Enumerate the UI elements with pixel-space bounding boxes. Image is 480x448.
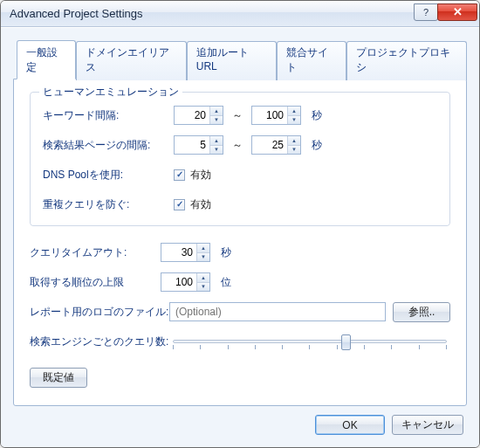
tab-general[interactable]: 一般設定 xyxy=(17,40,76,79)
slider-ticks xyxy=(173,345,447,350)
group-human-emulation: ヒューマンエミュレーション キーワード間隔: ▲ ▼ ～ ▲ xyxy=(30,92,450,226)
spin-down-icon[interactable]: ▼ xyxy=(288,145,300,155)
window-buttons: ? ✕ xyxy=(415,3,477,21)
spin-down-icon[interactable]: ▼ xyxy=(197,252,209,262)
close-button[interactable]: ✕ xyxy=(437,3,477,21)
serp-max-spinner[interactable]: ▲ ▼ xyxy=(251,135,301,155)
keyword-max-spinner[interactable]: ▲ ▼ xyxy=(251,106,301,125)
label-qps: 検索エンジンごとのクエリ数: xyxy=(30,334,169,349)
tab-label: ドメインエイリアス xyxy=(86,46,169,73)
spin-buttons: ▲ ▼ xyxy=(196,273,209,291)
spin-up-icon[interactable]: ▲ xyxy=(210,136,223,145)
label-query-timeout: クエリタイムアウト: xyxy=(30,245,161,260)
tab-domain-alias[interactable]: ドメインエイリアス xyxy=(76,41,186,80)
slider-thumb[interactable] xyxy=(341,334,351,350)
client-area: 一般設定 ドメインエイリアス 追加ルートURL 競合サイト プロジェクトプロキシ… xyxy=(1,27,479,447)
keyword-min-spinner[interactable]: ▲ ▼ xyxy=(174,106,223,125)
tab-panel-general: ヒューマンエミュレーション キーワード間隔: ▲ ▼ ～ ▲ xyxy=(13,79,467,406)
row-qps: 検索エンジンごとのクエリ数: xyxy=(30,331,450,352)
tab-project-proxy[interactable]: プロジェクトプロキシ xyxy=(346,41,467,80)
label-dns-pool: DNS Poolを使用: xyxy=(43,168,174,183)
button-label: OK xyxy=(342,419,357,431)
qps-slider[interactable] xyxy=(169,333,450,350)
spin-up-icon[interactable]: ▲ xyxy=(197,244,209,252)
slider-rail xyxy=(173,340,447,343)
spin-down-icon[interactable]: ▼ xyxy=(210,115,223,125)
label-logo-file: レポート用のロゴのファイル: xyxy=(30,305,169,320)
serp-max-input[interactable] xyxy=(252,136,287,154)
spin-up-icon[interactable]: ▲ xyxy=(210,107,223,115)
tab-label: プロジェクトプロキシ xyxy=(356,46,450,73)
tab-additional-root-url[interactable]: 追加ルートURL xyxy=(187,41,277,80)
unit-sec: 秒 xyxy=(312,108,322,123)
spin-buttons: ▲ ▼ xyxy=(287,107,300,124)
checkbox-label: 有効 xyxy=(190,197,211,212)
help-icon: ? xyxy=(423,7,429,17)
keyword-max-input[interactable] xyxy=(252,107,287,124)
keyword-min-input[interactable] xyxy=(175,107,209,124)
row-dup-query: 重複クエリを防ぐ: ✓ 有効 xyxy=(43,194,437,215)
spin-down-icon[interactable]: ▼ xyxy=(288,115,300,125)
spin-up-icon[interactable]: ▲ xyxy=(197,273,209,282)
timeout-spinner[interactable]: ▲ ▼ xyxy=(161,243,210,262)
row-rank-limit: 取得する順位の上限 ▲ ▼ 位 xyxy=(30,272,450,293)
button-label: キャンセル xyxy=(401,417,454,432)
button-label: 参照.. xyxy=(408,305,435,320)
dns-pool-checkbox[interactable]: ✓ xyxy=(174,169,185,181)
group-legend: ヒューマンエミュレーション xyxy=(39,85,182,100)
defaults-button[interactable]: 既定値 xyxy=(30,368,87,388)
close-icon: ✕ xyxy=(453,5,463,18)
row-query-timeout: クエリタイムアウト: ▲ ▼ 秒 xyxy=(30,242,450,263)
label-serp-interval: 検索結果ページの間隔: xyxy=(43,138,174,153)
label-rank-limit: 取得する順位の上限 xyxy=(30,275,161,290)
row-keyword-interval: キーワード間隔: ▲ ▼ ～ ▲ ▼ xyxy=(43,105,437,126)
browse-button[interactable]: 参照.. xyxy=(393,302,450,322)
spin-buttons: ▲ ▼ xyxy=(209,136,223,154)
tab-strip: 一般設定 ドメインエイリアス 追加ルートURL 競合サイト プロジェクトプロキシ xyxy=(13,40,467,79)
timeout-input[interactable] xyxy=(161,244,196,261)
range-separator: ～ xyxy=(232,108,243,123)
tab-label: 一般設定 xyxy=(26,46,58,73)
spin-buttons: ▲ ▼ xyxy=(196,244,209,261)
unit-sec: 秒 xyxy=(221,245,231,260)
unit-sec: 秒 xyxy=(312,138,322,153)
spin-down-icon[interactable]: ▼ xyxy=(197,282,209,292)
logo-file-input[interactable] xyxy=(169,302,386,321)
tab-label: 追加ルートURL xyxy=(196,46,249,72)
defaults-row: 既定値 xyxy=(30,368,450,388)
spin-down-icon[interactable]: ▼ xyxy=(210,145,223,155)
cancel-button[interactable]: キャンセル xyxy=(392,415,463,435)
dup-query-checkbox[interactable]: ✓ xyxy=(174,199,185,210)
window-title: Advanced Project Settings xyxy=(10,7,415,20)
spin-buttons: ▲ ▼ xyxy=(209,107,223,124)
spin-up-icon[interactable]: ▲ xyxy=(288,136,300,145)
unit-rank: 位 xyxy=(221,275,231,290)
serp-min-spinner[interactable]: ▲ ▼ xyxy=(174,135,223,155)
dialog-footer: OK キャンセル xyxy=(13,406,467,437)
rank-input[interactable] xyxy=(161,273,196,291)
spin-up-icon[interactable]: ▲ xyxy=(288,107,300,115)
help-button[interactable]: ? xyxy=(414,3,438,21)
label-dup-query: 重複クエリを防ぐ: xyxy=(43,197,174,212)
button-label: 既定値 xyxy=(43,370,74,385)
titlebar: Advanced Project Settings ? ✕ xyxy=(1,1,479,27)
label-keyword-interval: キーワード間隔: xyxy=(43,108,174,123)
row-serp-interval: 検索結果ページの間隔: ▲ ▼ ～ ▲ ▼ xyxy=(43,134,437,155)
tab-label: 競合サイト xyxy=(286,46,328,73)
spin-buttons: ▲ ▼ xyxy=(287,136,300,154)
rank-spinner[interactable]: ▲ ▼ xyxy=(161,272,210,292)
ok-button[interactable]: OK xyxy=(315,415,385,435)
range-separator: ～ xyxy=(232,138,243,153)
row-dns-pool: DNS Poolを使用: ✓ 有効 xyxy=(43,164,437,185)
serp-min-input[interactable] xyxy=(175,136,209,154)
tab-competitors[interactable]: 競合サイト xyxy=(277,41,346,80)
dialog-window: Advanced Project Settings ? ✕ 一般設定 ドメインエ… xyxy=(0,0,480,448)
checkbox-label: 有効 xyxy=(190,168,211,183)
row-logo-file: レポート用のロゴのファイル: 参照.. xyxy=(30,301,450,322)
